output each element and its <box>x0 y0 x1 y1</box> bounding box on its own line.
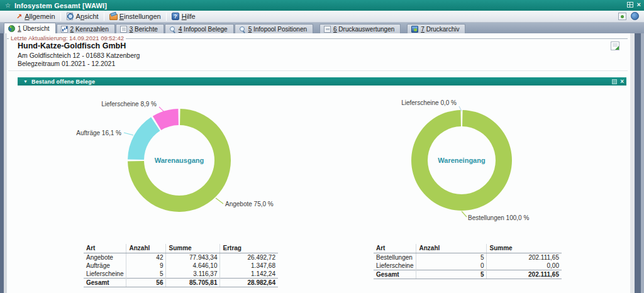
value-cell: 5 <box>416 253 487 262</box>
value-cell: 3.116,37 <box>166 270 220 279</box>
slice-label-aufträge: Aufträge 16,1 % <box>76 130 121 136</box>
value-cell: 202.111,65 <box>487 270 562 279</box>
chart-center-label: Warenausgang <box>155 157 204 164</box>
value-cell: 5 <box>416 270 487 279</box>
settings-icon <box>109 13 117 20</box>
table-row: Lieferscheine53.116,371.142,24 <box>84 270 278 279</box>
arrow-icon: ↗ <box>16 13 22 21</box>
window-title: Infosystem Gesamt [WAWI] <box>14 2 107 9</box>
tab-label: 1 Übersicht <box>18 25 50 32</box>
column-header-anzahl: Anzahl <box>416 244 487 253</box>
panel-title: Bestand offene Belege <box>31 79 95 85</box>
slice-leader-line <box>124 133 133 135</box>
value-cell: 9 <box>126 262 166 270</box>
table-row: Lieferscheine00,00 <box>374 262 562 270</box>
slice-leader-line <box>462 211 467 217</box>
titlebar: ☆ Infosystem Gesamt [WAWI] × <box>0 0 644 11</box>
donut-slice-aufträge[interactable] <box>128 117 160 160</box>
header-separator <box>8 70 628 71</box>
view-icon <box>66 13 74 20</box>
overview-icon <box>8 25 15 32</box>
value-cell: 4.646,10 <box>166 262 220 270</box>
close-icon[interactable]: × <box>637 1 641 8</box>
value-cell: 28.982,64 <box>220 279 278 287</box>
row-label-cell: Lieferscheine <box>84 270 126 279</box>
content-area: Letzte Aktualisierung: 14.09.2021 09:52:… <box>7 33 630 293</box>
table-row: Angebote4277.943,3426.492,72 <box>84 253 278 262</box>
slice-label-bestellungen: Bestellungen 100,0 % <box>468 214 529 221</box>
tab-berichte[interactable]: 3 Berichte <box>116 24 164 33</box>
value-cell: 85.705,81 <box>166 279 220 287</box>
search-icon <box>169 26 176 33</box>
report-icon <box>120 26 127 33</box>
row-label-cell: Angebote <box>84 253 126 262</box>
value-cell: 1.142,24 <box>220 270 278 279</box>
window-layout-icon[interactable] <box>627 2 633 8</box>
chart-warenausgang: Angebote 75,0 %Aufträge 16,1 %Liefersche… <box>7 87 329 245</box>
column-header-art: Art <box>84 244 126 253</box>
tab-label: 3 Berichte <box>130 26 158 33</box>
image-icon[interactable] <box>618 13 626 20</box>
value-cell: 26.492,72 <box>220 253 278 262</box>
tab-strip: 1 Übersicht2 Kennzahlen3 Berichte4 Infop… <box>0 23 644 33</box>
slice-label-lieferscheine: Lieferscheine 0,0 % <box>401 99 457 106</box>
warenausgang-table: ArtAnzahlSummeErtragAngebote4277.943,342… <box>84 244 278 287</box>
menu-item-einstellungen[interactable]: Einstellungen <box>104 11 166 22</box>
tab-druckarchiv[interactable]: 7 Druckarchiv <box>407 24 465 33</box>
column-header-summe: Summe <box>487 244 562 253</box>
row-label-cell: Gesamt <box>84 279 126 287</box>
value-cell: 0,00 <box>487 262 562 270</box>
menu-item-label: Einstellungen <box>119 13 161 20</box>
chart-wareneingang: Bestellungen 100,0 %Lieferscheine 0,0 %W… <box>321 87 643 245</box>
column-header-summe: Summe <box>166 244 220 253</box>
table-header-row: ArtAnzahlSumme <box>374 244 562 253</box>
app-window: ☆ Infosystem Gesamt [WAWI] × ↗AllgemeinA… <box>0 0 644 293</box>
help-icon: ? <box>172 13 179 20</box>
chart-center-label: Wareneingang <box>438 157 485 164</box>
slice-label-lieferscheine: Lieferscheine 8,9 % <box>101 101 157 108</box>
value-cell: 56 <box>126 279 166 287</box>
tab-label: 6 Druckauswertungen <box>333 26 394 33</box>
value-cell: 0 <box>416 262 487 270</box>
panel-close-icon[interactable]: × <box>620 79 624 84</box>
globe-icon[interactable] <box>631 12 639 20</box>
column-header-anzahl: Anzahl <box>126 244 166 253</box>
value-cell: 77.943,34 <box>166 253 220 262</box>
tab-kennzahlen[interactable]: 2 Kennzahlen <box>57 24 115 33</box>
table-row: Bestellungen5202.111,65 <box>374 253 562 262</box>
tab-label: 4 Infopool Belege <box>179 26 228 33</box>
menu-item-label: Allgemein <box>25 13 55 20</box>
search-icon <box>239 26 246 33</box>
tab-übersicht[interactable]: 1 Übersicht <box>4 23 56 33</box>
table-total-row: Gesamt5685.705,8128.982,64 <box>84 279 278 287</box>
tab-druckauswertungen[interactable]: 6 Druckauswertungen <box>319 24 401 33</box>
export-icon[interactable] <box>611 41 619 50</box>
table-header-row: ArtAnzahlSummeErtrag <box>84 244 278 253</box>
kpi-icon <box>61 26 68 33</box>
row-label-cell: Lieferscheine <box>374 262 416 270</box>
favorite-star-icon[interactable]: ☆ <box>5 2 11 9</box>
wareneingang-table: ArtAnzahlSummeBestellungen5202.111,65Lie… <box>374 244 562 279</box>
last-update-label: Letzte Aktualisierung: 14.09.2021 09:52:… <box>9 35 126 41</box>
slice-leader-line <box>216 198 223 204</box>
row-label-cell: Bestellungen <box>374 253 416 262</box>
panel-header-bestand-offene-belege[interactable]: ▼ Bestand offene Belege × <box>18 77 626 86</box>
report-period: Belegzeitraum 01.2021 - 12.2021 <box>18 60 140 68</box>
menu-item-ansicht[interactable]: Ansicht <box>61 11 104 22</box>
value-cell: 5 <box>126 270 166 279</box>
tab-label: 7 Druckarchiv <box>421 26 459 33</box>
slice-label-angebote: Angebote 75,0 % <box>225 201 274 207</box>
column-header-ertrag: Ertrag <box>220 244 278 253</box>
menu-item-allgemein[interactable]: ↗Allgemein <box>11 11 60 22</box>
menu-item-label: Hilfe <box>182 13 196 20</box>
value-cell: 42 <box>126 253 166 262</box>
menu-item-hilfe[interactable]: ?Hilfe <box>167 11 201 22</box>
value-cell: 202.111,65 <box>487 253 562 262</box>
panel-menu-icon[interactable] <box>612 79 617 84</box>
tab-label: 5 Infopool Positionen <box>248 26 307 33</box>
tab-infopool-positionen[interactable]: 5 Infopool Positionen <box>235 24 313 33</box>
collapse-triangle-icon[interactable]: ▼ <box>23 79 28 84</box>
tab-infopool-belege[interactable]: 4 Infopool Belege <box>165 24 234 33</box>
row-label-cell: Aufträge <box>84 262 126 270</box>
tab-label: 2 Kennzahlen <box>70 26 109 33</box>
